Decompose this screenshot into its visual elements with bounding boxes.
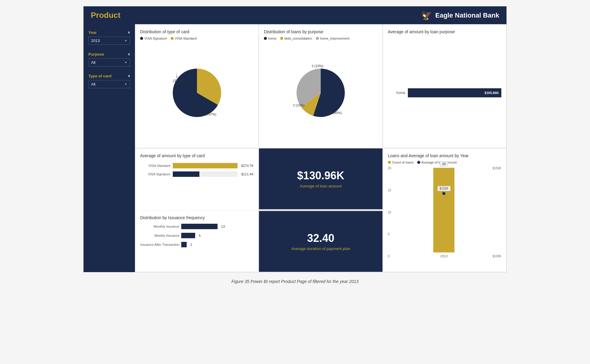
page-title: Product [91,11,120,20]
visa-std-bar-label: VISA Standard [140,164,170,167]
year-filter: Year ∨ 2013 ▼ [88,30,130,45]
kpi-payment-value: 32.40 [307,232,334,245]
kpi-column: $130.96K Average of loan amount 32.40 Av… [259,148,382,272]
card-pie-container: 1 (33.33%) 2 (66.67%) [140,43,254,143]
purpose-dropdown-icon: ▼ [124,61,127,64]
loan-purpose-dist-title: Distribution of loans by purpose [264,29,377,34]
content-grid: Distribution of type of card VISA Signat… [135,24,506,272]
kpi-payment-label: Average duration of payment plan [291,246,350,251]
avg-by-card-title: Average of amount by type of card [140,153,254,158]
y-axis-right: $100K $150K [490,167,501,258]
debt-dot [280,37,283,40]
visa-std-bar-track [173,163,238,168]
monthly-bar [181,224,218,229]
avg-loan-dot [417,161,420,164]
annotation-2: 2 (66.67%) [200,112,216,116]
card-distribution-chart: Distribution of type of card VISA Signat… [135,24,259,148]
weekly-bar [181,233,195,238]
improvement-dot [316,37,319,40]
loan-purpose-legend: home debt_consolidation home_improvement [264,37,377,40]
year-select[interactable]: 2013 ▼ [88,37,130,45]
purpose-label: Purpose ∨ [88,52,130,57]
purpose-bar-value: $165.86K [484,91,499,95]
y-left-20: 20 [388,167,398,170]
kpi-loan-label: Average of loan amount [300,184,342,188]
card-distribution-legend: VISA Signature VISA Standard [140,37,254,40]
visa-sig-bar-row: VISA Signature $111.4K [140,171,254,177]
visa-std-bar-row: VISA Standard $274.7K [140,163,254,168]
loan-purpose-dist-chart: Distribution of loans by purpose home de… [259,24,382,148]
y-right-100k: $100K [490,255,501,258]
avg-dot [442,192,445,195]
legend-improvement: home_improvement [316,37,349,40]
x-axis-2013: 2013 [440,254,447,258]
purpose-filter: Purpose ∨ All ▼ [88,52,130,67]
count-bar: $131K [433,168,454,252]
issuance-title: Distribution by Issuance frequency [140,215,254,220]
card-type-chevron-icon: ∨ [128,74,130,78]
purpose-bar-label: home [388,91,405,95]
figure-caption: Figure 35 Power BI report Product Page o… [229,277,361,286]
legend-debt: debt_consolidation [280,37,312,40]
legend-visa-std: VISA Standard [171,37,197,40]
year-dropdown-icon: ▼ [124,39,127,42]
card-type-select[interactable]: All ▼ [88,80,130,88]
home-dot [264,37,267,40]
purpose-select[interactable]: All ▼ [88,58,130,67]
y-right-150k: $150K [490,167,501,170]
annotation-pct1: (33.33%) [173,79,186,83]
y-left-10: 10 [388,211,398,214]
loans-by-year-title: Loans and Average of loan amount by Year [388,153,501,158]
bar-count-label: 20 [440,161,448,167]
y-left-5: 5 [388,232,398,236]
visa-sig-bar-value: $111.4K [241,172,254,176]
y-left-0: 0 [388,255,398,258]
weekly-val: 5 [199,234,201,237]
weekly-label: Weekly Issuance [140,234,179,237]
visa-std-bar-fill [173,163,238,168]
bar-chart-area: 20 $131K 2013 [399,167,489,258]
y-left-15: 15 [388,189,398,192]
visa-sig-dot [140,37,143,40]
year-label: Year ∨ [88,30,130,35]
kpi-loan-value: $130.96K [297,169,344,182]
purpose-bar-row: home $165.86K [388,88,501,97]
annotation-1: 1 [176,75,178,78]
issuance-freq-chart: Distribution by Issuance frequency Month… [135,210,258,272]
visa-sig-bar-fill [173,171,199,177]
monthly-val: 13 [221,225,225,228]
weekly-issuance-row: Weekly Issuance 5 [140,233,254,238]
annotation-2-top: 2 (10%) [312,64,323,68]
bank-name: Eagle National Bank [435,11,499,19]
loans-chart-area: 0 5 10 15 20 $100K $150K [388,167,501,267]
legend-visa-sig: VISA Signature [140,37,167,40]
purpose-bar-fill: $165.86K [408,88,501,97]
sidebar: Year ∨ 2013 ▼ Purpose ∨ All ▼ [84,24,135,272]
card-type-label: Type of card ∨ [88,74,130,78]
visa-sig-bar-track [173,171,238,177]
card-type-dropdown-icon: ▼ [124,83,127,86]
kpi-payment-plan-card: 32.40 Average duration of payment plan [259,211,382,272]
loans-by-year-chart: Loans and Average of loan amount by Year… [383,148,506,272]
kpi-loan-amount-card: $130.96K Average of loan amount [259,148,382,210]
year-bar-group: 20 $131K 2013 [432,161,456,258]
issuance-bars: Monthly Issuance 13 Weekly Issuance 5 Is… [140,224,254,247]
legend-count-loans: Count of loans [388,161,414,164]
legend-home: home [264,37,277,40]
purpose-chevron-icon: ∨ [128,52,130,56]
annotation-16: 16 (80%) [328,111,342,115]
avg-tooltip: $131K [438,186,451,191]
y-axis-left: 0 5 10 15 20 [388,167,398,258]
card-pie-svg: 1 (33.33%) 2 (66.67%) [167,63,227,123]
card-distribution-title: Distribution of type of card [140,29,254,34]
after-transaction-bar [181,242,187,247]
loan-purpose-pie-container: 16 (80%) 2 (10%) 2 (10%) [264,43,377,143]
annotation-2-left: 2 (10%) [293,103,305,107]
header-right: 🦅 Eagle National Bank [421,10,499,21]
avg-by-card-bars: VISA Standard $274.7K VISA Signature $ [140,163,254,177]
header: Product 🦅 Eagle National Bank [84,6,506,24]
visa-sig-bar-label: VISA Signature [140,172,170,176]
bottom-left-container: Average of amount by type of card VISA S… [135,148,259,272]
visa-std-dot [171,37,174,40]
after-transaction-row: Issuance After Transaction 2 [140,242,254,247]
